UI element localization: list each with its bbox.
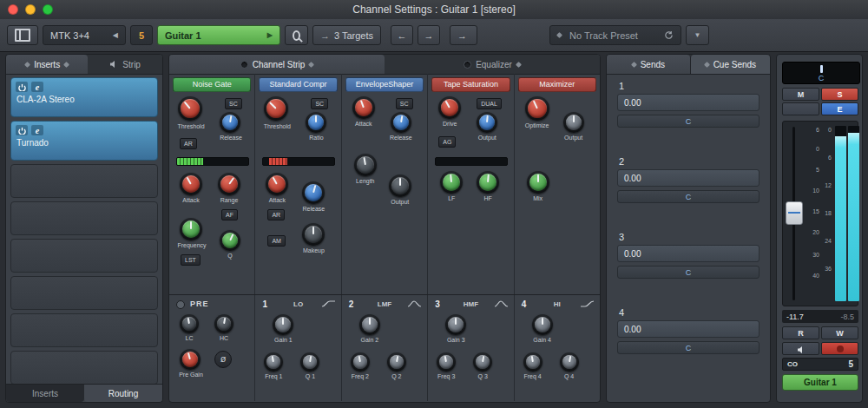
- plugin-power-icon[interactable]: [16, 82, 28, 92]
- pre-lc-knob[interactable]: [180, 314, 199, 333]
- eq2-gain-knob[interactable]: [359, 314, 380, 335]
- tape-saturation-header[interactable]: Tape Saturation: [431, 77, 510, 92]
- phase-button[interactable]: ø: [214, 351, 232, 368]
- insert-slot-4[interactable]: [10, 201, 158, 235]
- tape-hf-knob[interactable]: [477, 171, 499, 194]
- tape-lf-knob[interactable]: [440, 171, 463, 194]
- monitor-button[interactable]: [782, 342, 819, 355]
- tab-cue-sends[interactable]: Cue Sends: [690, 55, 770, 74]
- tab-sends[interactable]: Sends: [607, 55, 690, 74]
- env-sc-button[interactable]: SC: [396, 98, 413, 109]
- channel-search-button[interactable]: [285, 25, 308, 45]
- send-pan-bar[interactable]: C: [617, 190, 760, 203]
- plugin-edit-icon[interactable]: e: [31, 125, 43, 135]
- comp-ar-button[interactable]: AR: [267, 209, 285, 220]
- eq4-gain-knob[interactable]: [532, 314, 553, 335]
- gate-attack-knob[interactable]: [180, 173, 202, 195]
- input-routing-select[interactable]: MTK 3+4 ◀: [43, 25, 126, 45]
- insert-slot-5[interactable]: [10, 239, 158, 273]
- gate-af-button[interactable]: AF: [221, 209, 238, 220]
- max-output-knob[interactable]: [563, 112, 584, 133]
- plugin-edit-icon[interactable]: e: [31, 82, 43, 92]
- listen-button[interactable]: [782, 102, 819, 115]
- noise-gate-header[interactable]: Noise Gate: [173, 77, 251, 92]
- tape-output-knob[interactable]: [477, 112, 497, 133]
- gate-lst-button[interactable]: LST: [181, 254, 201, 266]
- eq1-freq-knob[interactable]: [264, 352, 283, 372]
- eq3-freq-knob[interactable]: [437, 352, 456, 372]
- bottom-tab-inserts[interactable]: Inserts: [6, 385, 84, 402]
- pre-gain-knob[interactable]: [180, 349, 201, 370]
- close-window-button[interactable]: [8, 4, 18, 15]
- send-pan-bar[interactable]: C: [617, 266, 760, 279]
- eq4-q-knob[interactable]: [560, 352, 579, 372]
- eq2-q-knob[interactable]: [387, 352, 406, 372]
- env-length-knob[interactable]: [354, 154, 377, 176]
- max-optimize-knob[interactable]: [525, 96, 549, 121]
- insert-slot-1[interactable]: e CLA-2A Stereo: [10, 77, 158, 117]
- send-level-bar[interactable]: 0.00: [617, 94, 760, 111]
- write-automation-button[interactable]: W: [821, 326, 858, 339]
- strip-bypass-led[interactable]: [240, 61, 248, 69]
- low-shelf-icon[interactable]: [321, 299, 336, 308]
- pre-hc-knob[interactable]: [214, 314, 233, 333]
- comp-ratio-knob[interactable]: [306, 112, 326, 133]
- high-shelf-icon[interactable]: [580, 299, 595, 308]
- gate-ar-button[interactable]: AR: [180, 138, 197, 149]
- eq-bypass-led[interactable]: [464, 61, 471, 69]
- output-routing-row[interactable]: CO 5: [782, 358, 858, 371]
- tab-inserts[interactable]: Inserts: [6, 55, 88, 74]
- eq3-q-knob[interactable]: [473, 352, 492, 372]
- send-pan-bar[interactable]: C: [617, 115, 760, 128]
- tape-ag-button[interactable]: AG: [438, 136, 456, 148]
- insert-slot-3[interactable]: [10, 164, 158, 198]
- track-preset-select[interactable]: No Track Preset: [549, 25, 681, 45]
- gate-range-knob[interactable]: [218, 173, 240, 195]
- eq1-q-knob[interactable]: [300, 352, 319, 372]
- send-level-bar[interactable]: 0.00: [617, 245, 760, 262]
- next-channel-button[interactable]: →: [418, 25, 440, 45]
- peak-icon[interactable]: [494, 299, 509, 308]
- plugin-power-icon[interactable]: [16, 125, 28, 135]
- comp-am-button[interactable]: AM: [267, 235, 286, 247]
- send-level-bar[interactable]: 0.00: [617, 320, 760, 338]
- level-readout[interactable]: -11.7 -8.5: [782, 310, 858, 323]
- pre-led[interactable]: [176, 300, 185, 309]
- preset-menu-button[interactable]: ▼: [686, 25, 709, 45]
- read-automation-button[interactable]: R: [782, 326, 819, 339]
- mute-button[interactable]: M: [782, 88, 819, 101]
- eq1-gain-knob[interactable]: [273, 314, 293, 335]
- tape-dual-button[interactable]: DUAL: [477, 98, 502, 109]
- record-enable-button[interactable]: [821, 342, 858, 355]
- env-attack-knob[interactable]: [352, 96, 375, 119]
- maximizer-header[interactable]: Maximizer: [518, 77, 596, 92]
- insert-slot-6[interactable]: [10, 276, 158, 310]
- comp-makeup-knob[interactable]: [302, 223, 325, 246]
- edit-channel-button[interactable]: E: [821, 102, 858, 115]
- gate-sc-button[interactable]: SC: [225, 98, 242, 109]
- tab-equalizer[interactable]: Equalizer: [385, 55, 600, 74]
- eq2-freq-knob[interactable]: [351, 352, 370, 372]
- jump-to-output-button[interactable]: →: [450, 25, 477, 45]
- window-layout-button[interactable]: [7, 25, 38, 45]
- tape-drive-knob[interactable]: [438, 96, 461, 119]
- insert-slot-7[interactable]: [10, 313, 158, 347]
- env-release-knob[interactable]: [391, 112, 411, 133]
- envelope-shaper-header[interactable]: EnvelopeShaper: [345, 77, 424, 92]
- peak-icon[interactable]: [407, 299, 422, 308]
- comp-threshold-knob[interactable]: [264, 96, 288, 121]
- comp-release-knob[interactable]: [302, 181, 325, 204]
- pan-control[interactable]: C: [782, 62, 860, 84]
- send-level-bar[interactable]: 0.00: [617, 169, 760, 187]
- gate-threshold-knob[interactable]: [178, 96, 202, 121]
- channel-number-field[interactable]: 5: [130, 25, 153, 45]
- tab-strip[interactable]: Strip: [88, 55, 162, 74]
- eq3-gain-knob[interactable]: [445, 314, 466, 335]
- gate-release-knob[interactable]: [220, 112, 240, 133]
- bottom-tab-routing[interactable]: Routing: [84, 385, 162, 402]
- zoom-window-button[interactable]: [43, 4, 53, 15]
- insert-slot-2[interactable]: e Turnado: [10, 121, 158, 161]
- env-output-knob[interactable]: [389, 174, 411, 197]
- channel-name-field[interactable]: Guitar 1 ▶: [157, 25, 280, 45]
- targets-button[interactable]: → 3 Targets: [312, 25, 381, 45]
